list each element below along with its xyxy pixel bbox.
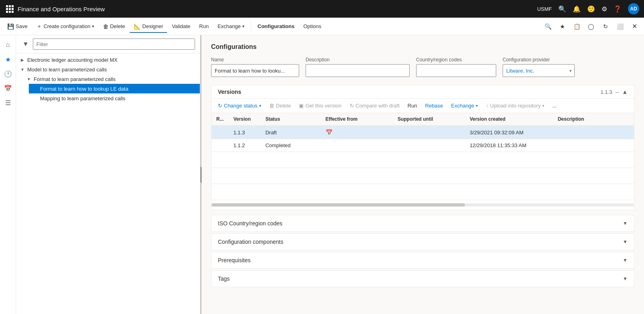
col-header-effective[interactable]: Effective from [321, 113, 393, 126]
search-toolbar-icon[interactable]: 🔍 [541, 20, 554, 33]
delete-icon: 🗑 [103, 23, 109, 30]
row2-effective [321, 139, 393, 152]
main-layout: ⌂ ★ 🕐 📅 ☰ ▼ ▶ Electronic ledger accounti… [0, 35, 644, 314]
versions-exchange-button[interactable]: Exchange ▾ [448, 101, 481, 110]
run-button[interactable]: Run [195, 21, 213, 32]
prerequisites-section: Prerequisites ▼ [211, 252, 634, 269]
versions-badge: 1.1.3 [601, 89, 612, 95]
nav-list-icon[interactable]: ☰ [2, 96, 14, 109]
filter-input[interactable] [33, 38, 195, 50]
scroll-track[interactable] [211, 203, 634, 207]
tags-header[interactable]: Tags ▼ [211, 271, 634, 287]
save-button[interactable]: 💾 Save [3, 21, 32, 32]
exchange-chevron-icon: ▾ [242, 24, 244, 28]
create-icon: ＋ [36, 23, 42, 30]
exchange-button[interactable]: Exchange ▾ [213, 21, 248, 32]
row2-desc [553, 139, 634, 152]
favorites-icon[interactable]: ★ [556, 20, 569, 33]
name-input[interactable] [211, 64, 299, 77]
personalize-icon[interactable]: 📋 [570, 20, 583, 33]
col-header-version[interactable]: Version [229, 113, 261, 126]
delete-button[interactable]: 🗑 Delete [99, 21, 129, 32]
search-icon[interactable]: 🔍 [558, 5, 566, 13]
tree-toggle-2[interactable]: ▼ [26, 76, 32, 82]
compare-draft-button[interactable]: ↻ Compare with draft [346, 101, 403, 110]
country-label: Country/region codes [416, 57, 496, 63]
prerequisites-title: Prerequisites [218, 257, 251, 263]
sidebar-item-electronic-ledger[interactable]: ▶ Electronic ledger accounting model MX [16, 55, 200, 65]
sidebar-item-format-lookup[interactable]: Format to learn how to lookup LE data [29, 84, 200, 93]
options-button[interactable]: Options [299, 21, 325, 32]
nav-home-icon[interactable]: ⌂ [2, 38, 14, 51]
versions-delete-button[interactable]: 🗑 Delete [266, 101, 294, 110]
col-header-status[interactable]: Status [261, 113, 321, 126]
col-header-created[interactable]: Version created [465, 113, 553, 126]
save-icon: 💾 [7, 23, 14, 30]
help-icon[interactable]: ❓ [614, 5, 622, 13]
sidebar-item-model-parameterized[interactable]: ▼ Model to learn parameterized calls [16, 65, 200, 74]
badge-icon[interactable]: ◯ [585, 20, 598, 33]
tree-toggle-1[interactable]: ▼ [19, 66, 26, 73]
prerequisites-header[interactable]: Prerequisites ▼ [211, 252, 634, 268]
toolbar-right-icons: 🔍 ★ 📋 ◯ ↻ ⬜ ✕ [541, 20, 641, 33]
nav-calendar-icon[interactable]: 📅 [2, 82, 14, 95]
resize-icon[interactable]: ⬜ [614, 20, 626, 33]
row1-created: 3/29/2021 09:32:09 AM [465, 126, 553, 139]
app-grid-icon[interactable] [5, 4, 14, 14]
table-row[interactable]: 1.1.2 Completed 12/29/2018 11:35:33 AM [211, 139, 634, 152]
row1-effective: 📅 [321, 126, 393, 139]
col-header-desc[interactable]: Description [553, 113, 634, 126]
versions-collapse-icon[interactable]: ▲ [622, 89, 628, 95]
get-this-version-button[interactable]: ▣ Get this version [296, 101, 344, 110]
scroll-thumb[interactable] [211, 203, 465, 207]
tags-section: Tags ▼ [211, 270, 634, 287]
configurations-button[interactable]: Configurations [254, 21, 298, 32]
col-header-supported[interactable]: Supported until [393, 113, 465, 126]
config-components-header[interactable]: Configuration components ▼ [211, 234, 634, 250]
change-status-refresh-icon: ↻ [218, 103, 222, 109]
description-input[interactable] [306, 64, 410, 77]
name-field: Name [211, 57, 299, 77]
table-row-empty [211, 168, 634, 184]
sidebar-resize-handle[interactable] [200, 35, 201, 314]
rebase-button[interactable]: Rebase [422, 101, 446, 110]
create-configuration-button[interactable]: ＋ Create configuration ▾ [32, 20, 98, 32]
tree-toggle-3 [32, 85, 38, 92]
settings-icon[interactable]: ⚙ [602, 5, 607, 13]
versions-run-button[interactable]: Run [405, 101, 421, 110]
iso-codes-header[interactable]: ISO Country/region codes ▼ [211, 215, 634, 231]
designer-icon: 📐 [134, 23, 141, 30]
row2-status: Completed [261, 139, 321, 152]
tree-toggle-0[interactable]: ▶ [19, 57, 26, 63]
table-row[interactable]: 1.1.3 Draft 📅 3/29/2021 09:32:09 AM [211, 126, 634, 139]
close-icon[interactable]: ✕ [628, 20, 641, 33]
tree-toggle-4 [32, 95, 38, 101]
country-input[interactable] [416, 64, 496, 77]
versions-delete-icon: 🗑 [269, 103, 274, 109]
filter-icon[interactable]: ▼ [21, 39, 30, 49]
nav-recent-icon[interactable]: 🕐 [2, 67, 14, 80]
country-field: Country/region codes [416, 57, 496, 77]
validate-button[interactable]: Validate [168, 21, 194, 32]
bell-icon[interactable]: 🔔 [573, 5, 581, 13]
sidebar-item-format-parameterized[interactable]: ▼ Format to learn parameterized calls [22, 74, 200, 84]
sidebar-item-mapping[interactable]: Mapping to learn parameterized calls [29, 93, 200, 103]
top-bar: Finance and Operations Preview USMF 🔍 🔔 … [0, 0, 644, 18]
tags-collapse-icon: ▼ [623, 276, 628, 282]
upload-chevron-icon: ▾ [542, 103, 544, 108]
more-options-button[interactable]: ... [549, 101, 560, 110]
col-header-r[interactable]: R... [211, 113, 229, 126]
change-status-button[interactable]: ↻ Change status ▾ [215, 101, 264, 110]
left-nav: ⌂ ★ 🕐 📅 ☰ [0, 35, 16, 314]
refresh-icon[interactable]: ↻ [599, 20, 612, 33]
nav-favorites-icon[interactable]: ★ [2, 53, 14, 66]
designer-button[interactable]: 📐 Designer [130, 21, 167, 32]
calendar-icon[interactable]: 📅 [326, 129, 332, 136]
provider-select[interactable]: Litware, Inc. [503, 64, 575, 77]
smiley-icon[interactable]: 🙂 [587, 5, 595, 13]
upload-repository-button[interactable]: ↑ Upload into repository ▾ [483, 101, 547, 110]
avatar[interactable]: AD [628, 3, 639, 14]
table-row-empty [211, 152, 634, 168]
config-components-collapse-icon: ▼ [623, 239, 628, 245]
row2-r [211, 139, 229, 152]
